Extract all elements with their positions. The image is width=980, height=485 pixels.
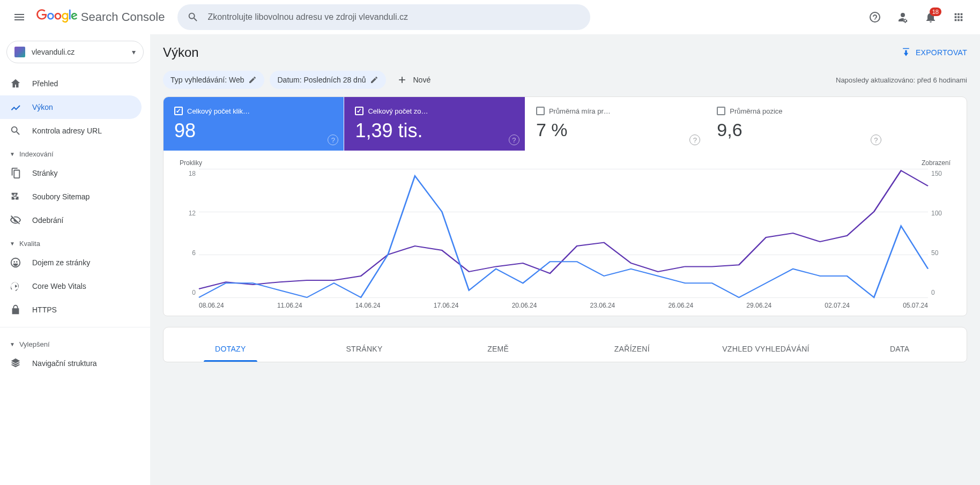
x-axis-ticks: 08.06.24 11.06.24 14.06.24 17.06.24 20.0… <box>180 297 951 311</box>
help-icon[interactable]: ? <box>689 135 700 145</box>
chevron-down-icon: ▾ <box>132 48 136 56</box>
section-indexing[interactable]: ▼Indexování <box>0 143 150 161</box>
export-button[interactable]: EXPORTOVAT <box>901 47 967 58</box>
users-settings-icon[interactable] <box>890 4 916 30</box>
metric-position[interactable]: Průměrná pozice 9,6 ? <box>706 97 887 151</box>
tab-pages[interactable]: STRÁNKY <box>298 338 432 362</box>
sidebar-item-sitemaps[interactable]: Soubory Sitemap <box>0 185 142 208</box>
sidebar-item-page-experience[interactable]: Dojem ze stránky <box>0 251 142 274</box>
tab-search-appearance[interactable]: VZHLED VYHLEDÁVÁNÍ <box>699 338 833 362</box>
y-axis-right-ticks: 150 100 50 0 <box>928 169 951 297</box>
filter-row: Typ vyhledávání: Web Datum: Posledních 2… <box>150 68 980 96</box>
y-axis-left-title: Prokliky <box>180 159 202 167</box>
product-name: Search Console <box>81 10 165 24</box>
section-enhancements[interactable]: ▼Vylepšení <box>0 333 150 352</box>
search-icon <box>10 125 21 137</box>
metric-ctr[interactable]: Průměrná míra pr… 7 % ? <box>525 97 706 151</box>
last-updated-text: Naposledy aktualizováno: před 6 hodinami <box>836 76 967 84</box>
url-search-bar[interactable] <box>177 4 590 30</box>
menu-icon[interactable] <box>6 4 32 30</box>
checkbox-unchecked-icon <box>717 107 725 115</box>
plus-icon <box>397 74 407 85</box>
filter-date-range[interactable]: Datum: Posledních 28 dnů <box>270 71 386 89</box>
help-icon[interactable] <box>862 4 888 30</box>
y-axis-right-title: Zobrazení <box>922 159 951 167</box>
page-title: Výkon <box>163 45 199 60</box>
tab-devices[interactable]: ZAŘÍZENÍ <box>565 338 699 362</box>
sidebar-item-pages[interactable]: Stránky <box>0 161 142 185</box>
help-icon[interactable]: ? <box>871 135 881 145</box>
url-search-input[interactable] <box>207 12 581 22</box>
apps-grid-icon[interactable] <box>946 4 971 30</box>
google-logo-icon <box>36 9 78 25</box>
sidebar-item-overview[interactable]: Přehled <box>0 72 142 95</box>
help-icon[interactable]: ? <box>328 135 338 145</box>
section-quality[interactable]: ▼Kvalita <box>0 232 150 251</box>
sidebar-item-https[interactable]: HTTPS <box>0 298 142 322</box>
sitemap-icon <box>10 191 21 203</box>
filter-search-type[interactable]: Typ vyhledávání: Web <box>163 71 264 89</box>
pages-icon <box>10 167 21 179</box>
chart-area: Prokliky Zobrazení 18 12 6 0 <box>164 151 967 316</box>
checkbox-checked-icon: ✓ <box>174 107 183 115</box>
y-axis-left-ticks: 18 12 6 0 <box>180 169 199 297</box>
sidebar-item-nav-structure[interactable]: Navigační struktura <box>0 352 142 375</box>
tab-queries[interactable]: DOTAZY <box>164 338 298 362</box>
add-filter-button[interactable]: Nové <box>391 71 436 89</box>
notifications-icon[interactable]: 18 <box>918 4 944 30</box>
sidebar-item-url-inspect[interactable]: Kontrola adresy URL <box>0 119 142 143</box>
metric-clicks-value: 98 <box>174 120 333 142</box>
chart-svg <box>199 169 928 297</box>
visibility-off-icon <box>10 214 21 226</box>
metrics-row: ✓Celkový počet klik… 98 ? ✓Celkový počet… <box>164 97 967 151</box>
edit-icon <box>370 76 378 84</box>
dimensions-card: DOTAZY STRÁNKY ZEMĚ ZAŘÍZENÍ VZHLED VYHL… <box>163 327 967 362</box>
metric-impressions[interactable]: ✓Celkový počet zo… 1,39 tis. ? <box>344 97 525 151</box>
main-content: Výkon EXPORTOVAT Typ vyhledávání: Web Da… <box>150 34 980 485</box>
sidebar-item-removals[interactable]: Odebrání <box>0 208 142 232</box>
notifications-count-badge: 18 <box>930 8 941 16</box>
property-favicon <box>14 47 25 57</box>
checkbox-checked-icon: ✓ <box>355 107 363 115</box>
property-name: vlevanduli.cz <box>32 48 75 56</box>
lock-icon <box>10 304 21 316</box>
sidebar: vlevanduli.cz ▾ Přehled Výkon Kontrola a… <box>0 34 150 485</box>
smile-icon <box>10 257 21 268</box>
chart-plot-area[interactable] <box>199 169 928 297</box>
dimension-tabs: DOTAZY STRÁNKY ZEMĚ ZAŘÍZENÍ VZHLED VYHL… <box>164 327 967 362</box>
product-logo[interactable]: Search Console <box>36 9 165 25</box>
sidebar-item-performance[interactable]: Výkon <box>0 95 142 119</box>
download-icon <box>901 47 911 58</box>
layers-icon <box>10 357 21 369</box>
metric-ctr-value: 7 % <box>536 120 695 140</box>
trend-icon <box>10 101 21 113</box>
tab-countries[interactable]: ZEMĚ <box>431 338 565 362</box>
home-icon <box>10 78 21 89</box>
metric-position-value: 9,6 <box>717 120 875 140</box>
sidebar-item-cwv[interactable]: Core Web Vitals <box>0 274 142 298</box>
edit-icon <box>248 76 257 84</box>
app-header: Search Console 18 <box>0 0 980 34</box>
property-selector[interactable]: vlevanduli.cz ▾ <box>6 41 144 63</box>
metric-clicks[interactable]: ✓Celkový počet klik… 98 ? <box>164 97 344 151</box>
tab-dates[interactable]: DATA <box>833 338 967 362</box>
metric-impressions-value: 1,39 tis. <box>355 120 514 142</box>
help-icon[interactable]: ? <box>509 135 519 145</box>
speed-icon <box>10 280 21 292</box>
checkbox-unchecked-icon <box>536 107 545 115</box>
search-icon <box>187 11 199 23</box>
performance-card: ✓Celkový počet klik… 98 ? ✓Celkový počet… <box>163 96 967 316</box>
